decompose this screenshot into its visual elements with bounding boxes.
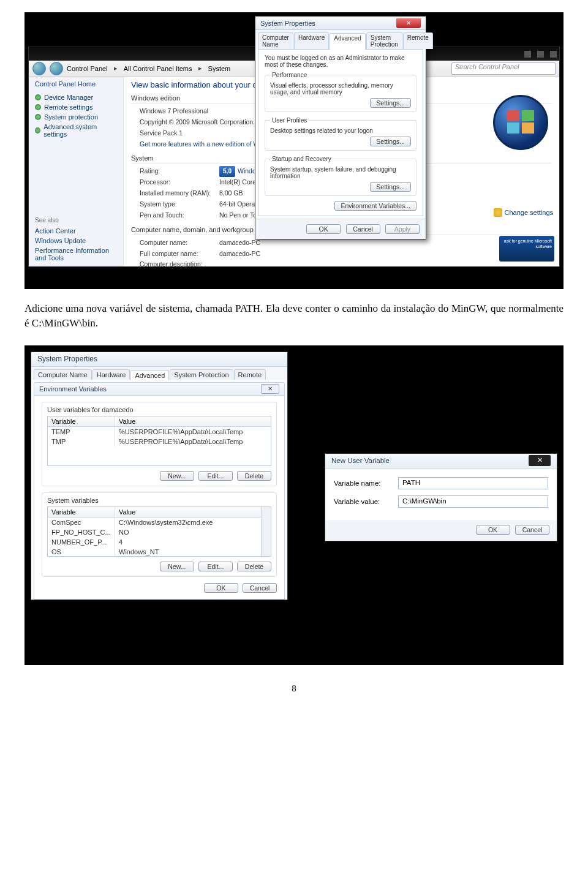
see-also-item[interactable]: Action Center bbox=[35, 227, 117, 235]
computer-name-info: Computer name:damacedo-PC Full computer … bbox=[131, 238, 552, 266]
sys-group-label: System variables bbox=[47, 497, 271, 504]
var-value-field[interactable]: C:\MinGW\bin bbox=[398, 495, 548, 508]
forward-icon[interactable] bbox=[50, 62, 63, 75]
env-variables-dialog: Environment Variables ✕ User variables f… bbox=[34, 382, 285, 600]
search-input[interactable]: Search Control Panel bbox=[451, 62, 556, 75]
apply-button[interactable]: Apply bbox=[385, 224, 420, 234]
env-body: User variables for damacedo VariableValu… bbox=[34, 396, 285, 600]
dialog-titlebar: System Properties bbox=[31, 352, 287, 367]
tab-advanced[interactable]: Advanced bbox=[330, 33, 365, 50]
close-icon[interactable]: ✕ bbox=[396, 18, 421, 28]
tab-computer-name[interactable]: Computer Name bbox=[34, 369, 92, 380]
table-row[interactable]: ComSpecC:\Windows\system32\cmd.exe bbox=[48, 518, 261, 527]
sidebar-item-device-manager[interactable]: Device Manager bbox=[35, 94, 117, 101]
change-settings-link[interactable]: Change settings bbox=[494, 208, 554, 217]
edit-button[interactable]: Edit... bbox=[198, 471, 233, 481]
sr-settings-button[interactable]: Settings... bbox=[370, 182, 411, 192]
minimize-icon[interactable] bbox=[524, 51, 531, 58]
dialog-buttons: OK Cancel bbox=[325, 520, 557, 541]
startup-recovery-group: Startup and Recovery System startup, sys… bbox=[265, 156, 417, 196]
system-variables-group: System variables VariableValue ComSpecC:… bbox=[42, 492, 277, 577]
var-value-label: Variable value: bbox=[334, 498, 398, 505]
ok-button[interactable]: OK bbox=[306, 224, 341, 234]
see-also-item[interactable]: Performance Information and Tools bbox=[35, 247, 117, 262]
cancel-button[interactable]: Cancel bbox=[515, 525, 549, 535]
tab-hardware[interactable]: Hardware bbox=[92, 369, 130, 380]
up-settings-button[interactable]: Settings... bbox=[370, 137, 411, 146]
system-properties-dialog: System Properties Computer Name Hardware… bbox=[31, 352, 288, 600]
breadcrumb[interactable]: System bbox=[208, 65, 231, 72]
tab-strip: Computer Name Hardware Advanced System P… bbox=[31, 367, 287, 380]
perf-settings-button[interactable]: Settings... bbox=[370, 98, 411, 108]
close-icon[interactable]: ✕ bbox=[261, 384, 279, 394]
user-profiles-group: User Profiles Desktop settings related t… bbox=[265, 117, 417, 151]
new-var-body: Variable name: PATH Variable value: C:\M… bbox=[325, 469, 557, 520]
env-variables-button[interactable]: Environment Variables... bbox=[334, 201, 417, 211]
dialog-titlebar: New User Variable ✕ bbox=[325, 454, 557, 469]
instruction-paragraph: Adicione uma nova variável de sistema, c… bbox=[24, 301, 564, 331]
page-number: 8 bbox=[24, 683, 564, 694]
tab-remote[interactable]: Remote bbox=[234, 369, 266, 380]
new-button[interactable]: New... bbox=[160, 562, 194, 571]
perf-group: Performance Visual effects, processor sc… bbox=[265, 72, 417, 112]
dialog-body: You must be logged on as an Administrato… bbox=[258, 49, 423, 216]
tab-advanced[interactable]: Advanced bbox=[130, 370, 169, 380]
tab-system-protection[interactable]: System Protection bbox=[366, 32, 402, 49]
user-variables-group: User variables for damacedo VariableValu… bbox=[42, 402, 277, 486]
new-user-variable-dialog: New User Variable ✕ Variable name: PATH … bbox=[325, 453, 557, 541]
admin-note: You must be logged on as an Administrato… bbox=[265, 55, 417, 68]
dialog-title: Environment Variables bbox=[39, 385, 107, 393]
sidebar: Control Panel Home Device Manager Remote… bbox=[29, 77, 124, 266]
cancel-button[interactable]: Cancel bbox=[346, 224, 380, 234]
windows-logo-icon bbox=[493, 95, 548, 150]
dialog-titlebar: System Properties ✕ bbox=[255, 17, 426, 30]
sidebar-item-advanced[interactable]: Advanced system settings bbox=[35, 123, 117, 138]
system-variables-table: VariableValue ComSpecC:\Windows\system32… bbox=[47, 506, 271, 557]
table-row[interactable]: FP_NO_HOST_C...NO bbox=[48, 527, 261, 537]
maximize-icon[interactable] bbox=[537, 51, 544, 58]
ok-button[interactable]: OK bbox=[204, 583, 238, 593]
sidebar-home[interactable]: Control Panel Home bbox=[35, 80, 117, 88]
system-properties-dialog: System Properties ✕ Computer Name Hardwa… bbox=[255, 16, 426, 239]
sidebar-item-protection[interactable]: System protection bbox=[35, 113, 117, 121]
dialog-buttons: OK Cancel Apply bbox=[255, 219, 426, 239]
delete-button[interactable]: Delete bbox=[237, 562, 271, 571]
breadcrumb[interactable]: All Control Panel Items bbox=[124, 65, 192, 72]
new-button[interactable]: New... bbox=[160, 471, 194, 481]
dialog-titlebar: Environment Variables ✕ bbox=[34, 382, 285, 396]
see-also-item[interactable]: Windows Update bbox=[35, 237, 117, 244]
var-name-field[interactable]: PATH bbox=[398, 477, 548, 489]
ok-button[interactable]: OK bbox=[476, 525, 510, 535]
close-icon[interactable] bbox=[550, 51, 557, 58]
tab-system-protection[interactable]: System Protection bbox=[170, 369, 233, 380]
delete-button[interactable]: Delete bbox=[237, 471, 271, 481]
dialog-title: New User Variable bbox=[331, 457, 390, 464]
see-also-label: See also bbox=[35, 217, 117, 224]
scrollbar[interactable] bbox=[261, 507, 271, 556]
tab-hardware[interactable]: Hardware bbox=[294, 32, 329, 49]
table-row[interactable]: TMP%USERPROFILE%\AppData\Local\Temp bbox=[48, 437, 271, 446]
sidebar-item-remote[interactable]: Remote settings bbox=[35, 104, 117, 111]
back-icon[interactable] bbox=[32, 62, 46, 75]
close-icon[interactable]: ✕ bbox=[529, 455, 551, 466]
table-row[interactable]: OSWindows_NT bbox=[48, 547, 261, 557]
table-row[interactable]: NUMBER_OF_P...4 bbox=[48, 537, 261, 547]
user-variables-table: VariableValue TEMP%USERPROFILE%\AppData\… bbox=[47, 416, 271, 466]
wei-score: 5,0 bbox=[219, 166, 235, 177]
cancel-button[interactable]: Cancel bbox=[243, 583, 277, 593]
var-name-label: Variable name: bbox=[334, 480, 398, 487]
tab-strip: Computer Name Hardware Advanced System P… bbox=[255, 30, 426, 49]
user-group-label: User variables for damacedo bbox=[47, 406, 271, 413]
dialog-title: System Properties bbox=[260, 20, 315, 27]
table-row[interactable]: TEMP%USERPROFILE%\AppData\Local\Temp bbox=[48, 427, 271, 437]
dialog-title: System Properties bbox=[37, 355, 97, 363]
tab-remote[interactable]: Remote bbox=[403, 32, 433, 49]
breadcrumb[interactable]: Control Panel bbox=[67, 65, 108, 72]
edit-button[interactable]: Edit... bbox=[198, 562, 233, 571]
genuine-badge: ask for genuine Microsoft software bbox=[499, 236, 554, 262]
tab-computer-name[interactable]: Computer Name bbox=[258, 32, 293, 49]
